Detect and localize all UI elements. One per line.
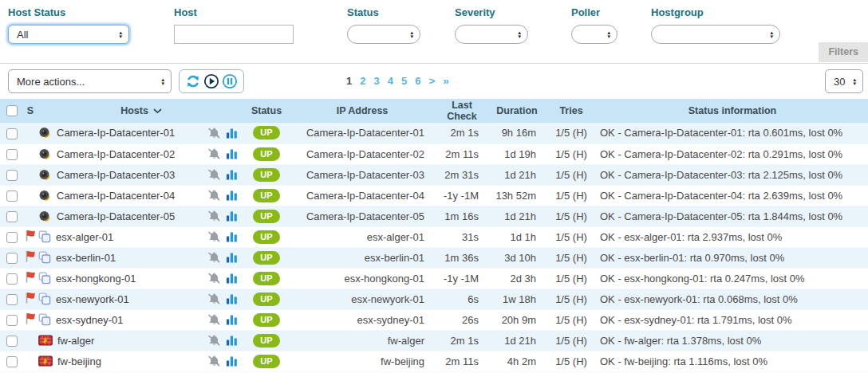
row-checkbox[interactable] — [6, 149, 18, 160]
select-arrows-icon: ▴▾ — [853, 77, 856, 85]
performance-graph-icon[interactable] — [226, 355, 238, 367]
pagination-next-icon[interactable]: > — [428, 75, 435, 87]
status-information-cell: OK - Camera-Ip-Datacenter-02: rta 0.291m… — [597, 143, 868, 164]
severity-select[interactable]: ▴▾ — [455, 25, 528, 44]
notifications-muted-icon — [207, 230, 221, 243]
status-badge: UP — [253, 293, 279, 306]
host-name-link[interactable]: esx-berlin-01 — [56, 252, 116, 264]
performance-graph-icon[interactable] — [226, 314, 238, 325]
host-input[interactable] — [174, 25, 294, 44]
host-name-link[interactable]: fw-alger — [57, 335, 94, 347]
pagination-page[interactable]: 1 — [346, 75, 352, 87]
duration-cell: 4h 2m — [488, 351, 546, 371]
pagination-page[interactable]: 6 — [415, 75, 420, 87]
performance-graph-icon[interactable] — [226, 128, 238, 139]
row-checkbox[interactable] — [6, 273, 18, 285]
performance-graph-icon[interactable] — [226, 148, 238, 159]
ip-address-cell: Camera-Ip-Datacenter-02 — [289, 143, 436, 164]
host-name-link[interactable]: esx-newyork-01 — [56, 293, 129, 305]
pagination-page[interactable]: 5 — [401, 75, 407, 87]
host-name-link[interactable]: esx-alger-01 — [56, 231, 113, 243]
performance-graph-icon[interactable] — [226, 190, 238, 201]
host-name-link[interactable]: Camera-Ip-Datacenter-01 — [57, 127, 175, 139]
tries-cell: 1/5 (H) — [546, 206, 597, 226]
status-information-cell: OK - esx-alger-01: rta 2.937ms, lost 0% — [597, 226, 868, 247]
performance-graph-icon[interactable] — [226, 273, 238, 284]
more-actions-select[interactable]: More actions... ▴▾ — [8, 69, 172, 93]
performance-graph-icon[interactable] — [226, 210, 238, 222]
page-size-value: 30 — [834, 76, 845, 88]
header-ip-address[interactable]: IP Address — [289, 99, 436, 123]
pagination-page[interactable]: 4 — [388, 75, 393, 87]
host-name-link[interactable]: Camera-Ip-Datacenter-03 — [57, 169, 175, 181]
row-checkbox[interactable] — [6, 336, 18, 347]
notifications-muted-icon — [207, 355, 221, 367]
pagination-last-icon[interactable]: » — [443, 75, 449, 87]
row-checkbox[interactable] — [6, 190, 18, 202]
status-badge: UP — [253, 334, 279, 347]
host-name-link[interactable]: Camera-Ip-Datacenter-02 — [57, 148, 175, 160]
filter-hostgroup: Hostgroup ▴▾ — [651, 6, 780, 44]
table-row: Camera-Ip-Datacenter-03 — [0, 164, 868, 185]
performance-graph-icon[interactable] — [226, 169, 238, 180]
host-status-select[interactable]: All ▴▾ — [8, 25, 129, 44]
vm-icon — [38, 230, 51, 243]
header-last-check[interactable]: Last Check — [436, 99, 488, 123]
firewall-icon — [38, 335, 53, 346]
status-select[interactable]: ▴▾ — [347, 25, 420, 44]
table-row: esx-hongkong-01 — [0, 268, 868, 289]
status-badge: UP — [253, 355, 279, 368]
hostgroup-select[interactable]: ▴▾ — [651, 25, 780, 44]
performance-graph-icon[interactable] — [226, 293, 238, 304]
header-duration[interactable]: Duration — [488, 99, 546, 123]
poller-select[interactable]: ▴▾ — [571, 25, 617, 44]
performance-graph-icon[interactable] — [226, 252, 238, 263]
filter-status: Status ▴▾ — [347, 6, 420, 44]
camera-icon — [38, 127, 52, 139]
camera-icon — [38, 190, 52, 202]
filters-toggle[interactable]: Filters — [819, 42, 868, 62]
select-arrows-icon: ▴▾ — [770, 30, 773, 38]
row-checkbox[interactable] — [6, 315, 18, 326]
chevron-down-icon — [153, 108, 162, 114]
duration-cell: 20h 9m — [488, 309, 546, 330]
performance-graph-icon[interactable] — [226, 335, 238, 346]
row-checkbox[interactable] — [6, 211, 18, 222]
header-status-information[interactable]: Status information — [597, 99, 868, 123]
pause-icon[interactable] — [222, 73, 238, 89]
hosts-sort-control[interactable]: Hosts — [120, 105, 162, 116]
pagination-page[interactable]: 3 — [373, 75, 379, 87]
severity-flag-icon — [25, 250, 36, 262]
pagination-page[interactable]: 2 — [360, 75, 365, 87]
row-checkbox[interactable] — [6, 253, 18, 264]
ip-address-cell: esx-berlin-01 — [289, 247, 436, 268]
page-size-select[interactable]: 30 ▴▾ — [825, 69, 863, 93]
header-status[interactable]: Status — [244, 99, 289, 123]
camera-icon — [38, 169, 52, 181]
play-icon[interactable] — [203, 73, 219, 89]
host-name-link[interactable]: Camera-Ip-Datacenter-04 — [57, 190, 175, 202]
last-check-cell: 1m 36s — [436, 247, 488, 268]
host-name-link[interactable]: Camera-Ip-Datacenter-05 — [57, 210, 175, 222]
table-row: Camera-Ip-Datacenter-05 — [0, 206, 868, 226]
row-checkbox[interactable] — [6, 294, 18, 305]
select-all-checkbox[interactable] — [6, 105, 18, 116]
filter-severity: Severity ▴▾ — [455, 6, 528, 44]
row-checkbox[interactable] — [6, 170, 18, 181]
header-tries[interactable]: Tries — [546, 99, 597, 123]
ip-address-cell: fw-alger — [289, 330, 436, 351]
status-information-cell: OK - Camera-Ip-Datacenter-03: rta 2.125m… — [597, 164, 868, 185]
last-check-cell: 2m 11s — [436, 143, 488, 164]
table-row: esx-berlin-01 — [0, 247, 868, 268]
refresh-icon[interactable] — [185, 73, 201, 89]
row-checkbox[interactable] — [6, 232, 18, 243]
notifications-muted-icon — [207, 251, 221, 264]
performance-graph-icon[interactable] — [226, 231, 238, 242]
tries-cell: 1/5 (H) — [546, 123, 597, 143]
host-name-link[interactable]: esx-hongkong-01 — [56, 273, 136, 285]
host-name-link[interactable]: fw-beijing — [57, 355, 101, 367]
host-name-link[interactable]: esx-sydney-01 — [56, 314, 124, 326]
row-checkbox[interactable] — [6, 356, 18, 367]
status-information-cell: OK - esx-newyork-01: rta 0.068ms, lost 0… — [597, 289, 868, 309]
row-checkbox[interactable] — [6, 128, 18, 139]
